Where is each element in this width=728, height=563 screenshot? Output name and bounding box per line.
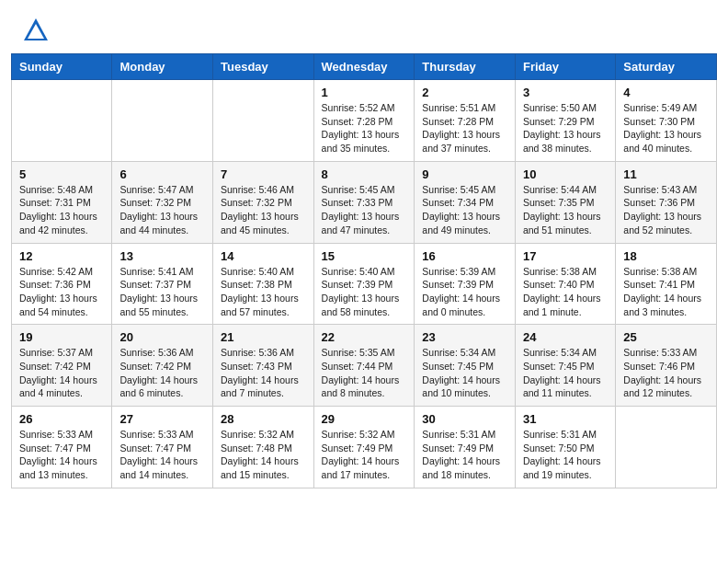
weekday-header: Saturday [616, 54, 717, 80]
day-detail: Sunrise: 5:35 AM Sunset: 7:44 PM Dayligh… [322, 346, 407, 400]
day-number: 9 [422, 167, 507, 181]
day-detail: Sunrise: 5:36 AM Sunset: 7:42 PM Dayligh… [119, 346, 205, 400]
day-number: 17 [523, 249, 608, 263]
day-detail: Sunrise: 5:31 AM Sunset: 7:49 PM Dayligh… [422, 428, 507, 482]
calendar-cell: 8Sunrise: 5:45 AM Sunset: 7:33 PM Daylig… [313, 161, 415, 243]
day-detail: Sunrise: 5:39 AM Sunset: 7:39 PM Dayligh… [422, 265, 507, 319]
day-number: 23 [422, 330, 507, 344]
calendar-week-row: 26Sunrise: 5:33 AM Sunset: 7:47 PM Dayli… [12, 407, 717, 488]
day-number: 27 [119, 412, 205, 426]
day-number: 18 [623, 249, 709, 263]
day-number: 2 [422, 86, 507, 99]
weekday-header: Tuesday [213, 54, 314, 80]
weekday-header: Monday [112, 54, 213, 80]
calendar-cell: 20Sunrise: 5:36 AM Sunset: 7:42 PM Dayli… [112, 325, 213, 407]
calendar-table: SundayMondayTuesdayWednesdayThursdayFrid… [11, 53, 717, 488]
calendar-week-row: 12Sunrise: 5:42 AM Sunset: 7:36 PM Dayli… [12, 243, 717, 325]
calendar-cell: 24Sunrise: 5:34 AM Sunset: 7:45 PM Dayli… [515, 325, 615, 407]
calendar-cell: 18Sunrise: 5:38 AM Sunset: 7:41 PM Dayli… [616, 243, 717, 325]
day-detail: Sunrise: 5:38 AM Sunset: 7:41 PM Dayligh… [623, 265, 709, 319]
calendar-cell: 22Sunrise: 5:35 AM Sunset: 7:44 PM Dayli… [313, 325, 415, 407]
day-number: 19 [19, 330, 104, 344]
day-number: 3 [523, 86, 608, 99]
day-number: 8 [322, 167, 407, 181]
calendar-cell: 2Sunrise: 5:51 AM Sunset: 7:28 PM Daylig… [415, 80, 516, 162]
logo-icon [22, 17, 50, 44]
day-number: 13 [119, 249, 205, 263]
calendar-cell: 26Sunrise: 5:33 AM Sunset: 7:47 PM Dayli… [12, 407, 112, 488]
day-detail: Sunrise: 5:45 AM Sunset: 7:34 PM Dayligh… [422, 183, 507, 237]
day-detail: Sunrise: 5:40 AM Sunset: 7:39 PM Dayligh… [322, 265, 407, 319]
weekday-header-row: SundayMondayTuesdayWednesdayThursdayFrid… [12, 54, 717, 80]
day-detail: Sunrise: 5:34 AM Sunset: 7:45 PM Dayligh… [422, 346, 507, 400]
day-number: 1 [322, 86, 407, 99]
calendar-cell: 10Sunrise: 5:44 AM Sunset: 7:35 PM Dayli… [515, 161, 615, 243]
day-number: 22 [322, 330, 407, 344]
day-detail: Sunrise: 5:32 AM Sunset: 7:49 PM Dayligh… [322, 428, 407, 482]
day-number: 26 [19, 412, 104, 426]
calendar-cell [616, 407, 717, 488]
logo [22, 17, 53, 44]
day-number: 15 [322, 249, 407, 263]
calendar-cell [12, 80, 112, 162]
calendar-cell: 5Sunrise: 5:48 AM Sunset: 7:31 PM Daylig… [12, 161, 112, 243]
day-detail: Sunrise: 5:37 AM Sunset: 7:42 PM Dayligh… [19, 346, 104, 400]
day-detail: Sunrise: 5:43 AM Sunset: 7:36 PM Dayligh… [623, 183, 709, 237]
day-detail: Sunrise: 5:50 AM Sunset: 7:29 PM Dayligh… [523, 101, 608, 155]
day-number: 28 [221, 412, 306, 426]
calendar-cell: 6Sunrise: 5:47 AM Sunset: 7:32 PM Daylig… [112, 161, 213, 243]
day-detail: Sunrise: 5:51 AM Sunset: 7:28 PM Dayligh… [422, 101, 507, 155]
calendar-cell: 16Sunrise: 5:39 AM Sunset: 7:39 PM Dayli… [415, 243, 516, 325]
day-number: 25 [623, 330, 709, 344]
day-detail: Sunrise: 5:42 AM Sunset: 7:36 PM Dayligh… [19, 265, 104, 319]
day-detail: Sunrise: 5:47 AM Sunset: 7:32 PM Dayligh… [119, 183, 205, 237]
day-detail: Sunrise: 5:32 AM Sunset: 7:48 PM Dayligh… [221, 428, 306, 482]
calendar-cell: 28Sunrise: 5:32 AM Sunset: 7:48 PM Dayli… [213, 407, 314, 488]
day-detail: Sunrise: 5:41 AM Sunset: 7:37 PM Dayligh… [119, 265, 205, 319]
calendar-cell: 25Sunrise: 5:33 AM Sunset: 7:46 PM Dayli… [616, 325, 717, 407]
day-number: 30 [422, 412, 507, 426]
day-detail: Sunrise: 5:44 AM Sunset: 7:35 PM Dayligh… [523, 183, 608, 237]
day-detail: Sunrise: 5:45 AM Sunset: 7:33 PM Dayligh… [322, 183, 407, 237]
page-header [0, 0, 728, 53]
calendar-cell: 23Sunrise: 5:34 AM Sunset: 7:45 PM Dayli… [415, 325, 516, 407]
day-number: 20 [119, 330, 205, 344]
calendar-cell: 3Sunrise: 5:50 AM Sunset: 7:29 PM Daylig… [515, 80, 615, 162]
calendar-week-row: 1Sunrise: 5:52 AM Sunset: 7:28 PM Daylig… [12, 80, 717, 162]
calendar-cell: 12Sunrise: 5:42 AM Sunset: 7:36 PM Dayli… [12, 243, 112, 325]
day-detail: Sunrise: 5:38 AM Sunset: 7:40 PM Dayligh… [523, 265, 608, 319]
calendar-cell: 4Sunrise: 5:49 AM Sunset: 7:30 PM Daylig… [616, 80, 717, 162]
calendar-cell: 17Sunrise: 5:38 AM Sunset: 7:40 PM Dayli… [515, 243, 615, 325]
calendar-cell: 19Sunrise: 5:37 AM Sunset: 7:42 PM Dayli… [12, 325, 112, 407]
day-number: 6 [119, 167, 205, 181]
calendar-cell [213, 80, 314, 162]
calendar-cell: 7Sunrise: 5:46 AM Sunset: 7:32 PM Daylig… [213, 161, 314, 243]
calendar-cell: 14Sunrise: 5:40 AM Sunset: 7:38 PM Dayli… [213, 243, 314, 325]
calendar-week-row: 5Sunrise: 5:48 AM Sunset: 7:31 PM Daylig… [12, 161, 717, 243]
day-number: 31 [523, 412, 608, 426]
day-number: 24 [523, 330, 608, 344]
day-detail: Sunrise: 5:46 AM Sunset: 7:32 PM Dayligh… [221, 183, 306, 237]
day-number: 4 [623, 86, 709, 99]
day-number: 16 [422, 249, 507, 263]
day-number: 10 [523, 167, 608, 181]
calendar-cell: 31Sunrise: 5:31 AM Sunset: 7:50 PM Dayli… [515, 407, 615, 488]
day-number: 11 [623, 167, 709, 181]
day-detail: Sunrise: 5:31 AM Sunset: 7:50 PM Dayligh… [523, 428, 608, 482]
calendar-week-row: 19Sunrise: 5:37 AM Sunset: 7:42 PM Dayli… [12, 325, 717, 407]
weekday-header: Wednesday [313, 54, 415, 80]
day-detail: Sunrise: 5:33 AM Sunset: 7:47 PM Dayligh… [119, 428, 205, 482]
calendar-cell: 1Sunrise: 5:52 AM Sunset: 7:28 PM Daylig… [313, 80, 415, 162]
day-number: 29 [322, 412, 407, 426]
day-detail: Sunrise: 5:40 AM Sunset: 7:38 PM Dayligh… [221, 265, 306, 319]
day-number: 14 [221, 249, 306, 263]
day-number: 21 [221, 330, 306, 344]
calendar-cell: 15Sunrise: 5:40 AM Sunset: 7:39 PM Dayli… [313, 243, 415, 325]
day-number: 7 [221, 167, 306, 181]
day-detail: Sunrise: 5:34 AM Sunset: 7:45 PM Dayligh… [523, 346, 608, 400]
day-detail: Sunrise: 5:52 AM Sunset: 7:28 PM Dayligh… [322, 101, 407, 155]
day-detail: Sunrise: 5:33 AM Sunset: 7:47 PM Dayligh… [19, 428, 104, 482]
calendar-cell: 27Sunrise: 5:33 AM Sunset: 7:47 PM Dayli… [112, 407, 213, 488]
calendar-cell: 29Sunrise: 5:32 AM Sunset: 7:49 PM Dayli… [313, 407, 415, 488]
weekday-header: Friday [515, 54, 615, 80]
